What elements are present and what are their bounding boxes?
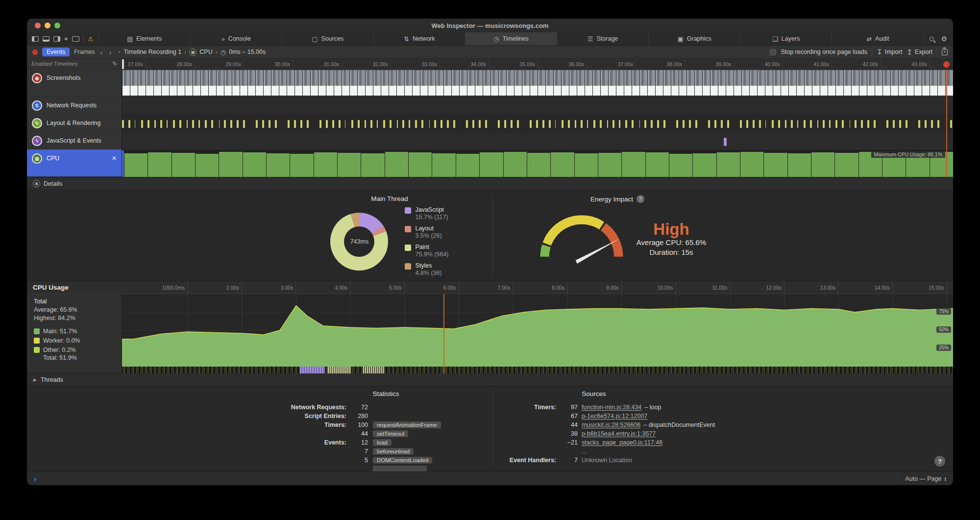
dock-right-icon[interactable] bbox=[53, 36, 60, 42]
cpu-bar bbox=[456, 154, 479, 177]
ruler-tick-label: 35.00s bbox=[491, 59, 538, 69]
tab-audit[interactable]: ⇄Audit bbox=[832, 32, 923, 45]
statistics-section: Statistics Network Requests:72Script Ent… bbox=[27, 390, 492, 471]
source-location-link[interactable]: p-b6b15ea4.entry.js:1:3577 bbox=[582, 430, 656, 437]
screenshots-track[interactable] bbox=[122, 70, 953, 97]
events-mode-button[interactable]: Events bbox=[42, 48, 70, 56]
cpu-usage-ruler[interactable]: 1000.0ms2.00s3.00s4.00s5.00s6.00s7.00s8.… bbox=[122, 281, 953, 294]
back-button[interactable]: ‹ bbox=[99, 48, 104, 56]
cpu-bar bbox=[835, 153, 858, 177]
energy-gauge bbox=[529, 204, 635, 266]
main-thread-title: Main Thread bbox=[294, 195, 485, 202]
device-settings-icon[interactable] bbox=[72, 36, 79, 42]
current-time-marker[interactable] bbox=[943, 61, 950, 68]
execution-context-select[interactable]: Auto — Page ▴▾ bbox=[905, 475, 946, 482]
tab-timelines[interactable]: ◷Timelines bbox=[465, 32, 557, 45]
layout-rendering-icon: ✎ bbox=[32, 118, 42, 128]
ruler-tick-label: 5.00s bbox=[353, 281, 405, 294]
minimize-window-button[interactable] bbox=[45, 23, 50, 28]
dock-left-icon[interactable] bbox=[32, 36, 39, 42]
forward-button[interactable]: › bbox=[108, 48, 113, 56]
stop-recording-checkbox[interactable] bbox=[770, 49, 776, 55]
cpu-usage-stats-panel: Total Average: 65.6% Highest: 84.2% Main… bbox=[27, 294, 122, 373]
cpu-bar bbox=[361, 153, 384, 177]
ruler-tick-label: 37.00s bbox=[589, 59, 636, 69]
disclosure-triangle-icon: ▶ bbox=[33, 377, 37, 382]
cpu-bar bbox=[148, 152, 171, 177]
sidebar-item-javascript-events[interactable]: ϟJavaScript & Events bbox=[27, 132, 122, 149]
tab-elements[interactable]: ▤Elements bbox=[98, 32, 190, 45]
layout-rendering-track[interactable] bbox=[122, 115, 953, 132]
cpu-usage-title: CPU Usage bbox=[33, 281, 69, 294]
source-location-link[interactable]: function-min.js:28:434 bbox=[582, 404, 641, 411]
record-button[interactable] bbox=[32, 50, 38, 55]
issues-warning-icon[interactable]: ⚠ bbox=[88, 35, 94, 43]
edit-timelines-icon[interactable]: ✎ bbox=[112, 60, 117, 67]
ruler-tick-label: 33.00s bbox=[393, 59, 440, 69]
cpu-bar bbox=[314, 152, 337, 177]
threads-disclosure[interactable]: ▶ Threads bbox=[27, 373, 953, 386]
tab-storage[interactable]: ☰Storage bbox=[557, 32, 648, 45]
ruler-tick-label: 7.00s bbox=[461, 281, 513, 294]
sidebar-item-network-requests[interactable]: ⇅Network Requests bbox=[27, 97, 122, 114]
breadcrumb-cpu[interactable]: CPU bbox=[199, 49, 212, 55]
source-location-link[interactable]: musickit.js:28:526606 bbox=[582, 421, 640, 428]
source-location-link[interactable]: stacks_page_page0.js:117:46 bbox=[582, 439, 662, 446]
zoom-window-button[interactable] bbox=[54, 23, 60, 28]
inspector-tab-bar: ⌖ ⚠ ▤Elements»Console▢Sources⇅Network◷Ti… bbox=[27, 32, 953, 46]
sidebar-item-layout-rendering[interactable]: ✎Layout & Rendering bbox=[27, 114, 122, 132]
cpu-bar bbox=[267, 153, 290, 177]
import-button[interactable]: ↧Import bbox=[877, 49, 902, 55]
overview-ruler[interactable]: 27.00s28.00s29.00s30.00s31.00s32.00s33.0… bbox=[122, 59, 953, 70]
usage-threshold-marker: 75% bbox=[936, 308, 951, 315]
tab-sources[interactable]: ▢Sources bbox=[282, 32, 373, 45]
event-type-chip: load bbox=[373, 439, 392, 446]
energy-help-icon[interactable]: ? bbox=[637, 195, 644, 203]
sidebar-item-cpu[interactable]: ▦CPU✕ bbox=[27, 149, 122, 177]
console-prompt-icon[interactable]: › bbox=[34, 474, 36, 483]
tab-graphics[interactable]: ▣Graphics bbox=[648, 32, 740, 45]
ruler-tick-label: 31.00s bbox=[295, 59, 342, 69]
tab-layers[interactable]: ❏Layers bbox=[740, 32, 832, 45]
tab-label: Elements bbox=[136, 35, 162, 42]
element-picker-icon[interactable]: ⌖ bbox=[64, 35, 68, 42]
cpu-usage-chart[interactable]: 75%50%25% bbox=[122, 294, 953, 373]
close-icon[interactable]: ✕ bbox=[112, 155, 117, 162]
tab-network[interactable]: ⇅Network bbox=[373, 32, 465, 45]
help-button[interactable]: ? bbox=[934, 456, 945, 467]
energy-impact-section: Energy Impact ? High Average CPU: 65.6% … bbox=[510, 195, 725, 266]
ruler-tick-label: 15.00s bbox=[895, 281, 947, 294]
ruler-tick-label: 8.00s bbox=[515, 281, 567, 294]
tab-console[interactable]: »Console bbox=[190, 32, 282, 45]
ruler-tick-label: 2.00s bbox=[190, 281, 242, 294]
overview-graph[interactable]: 27.00s28.00s29.00s30.00s31.00s32.00s33.0… bbox=[122, 59, 953, 177]
export-button[interactable]: ↥Export bbox=[906, 49, 932, 55]
source-location-link[interactable]: p-1ec6e574.js:12:12007 bbox=[582, 413, 647, 420]
cpu-bar bbox=[385, 152, 408, 177]
cpu-bar bbox=[527, 153, 550, 177]
breadcrumb-time-range[interactable]: 0ms – 15.00s bbox=[229, 49, 266, 55]
search-icon[interactable] bbox=[930, 37, 934, 41]
legend-swatch bbox=[405, 226, 411, 232]
current-time-line bbox=[946, 70, 947, 177]
cpu-bar bbox=[243, 152, 266, 177]
event-type-chip: requestAnimationFrame bbox=[373, 421, 441, 428]
legend-swatch bbox=[34, 338, 40, 344]
dock-bottom-icon[interactable] bbox=[43, 36, 49, 42]
breadcrumb-recording[interactable]: Timeline Recording 1 bbox=[123, 49, 181, 55]
sidebar-header: Enabled Timelines ✎ bbox=[27, 59, 122, 69]
sources-row: Event Handlers:7Unknown Location bbox=[492, 457, 953, 464]
close-window-button[interactable] bbox=[35, 23, 41, 28]
network-requests-track[interactable] bbox=[122, 97, 953, 115]
cpu-bar bbox=[575, 153, 598, 177]
sidebar-item-screenshots[interactable]: ◉Screenshots bbox=[27, 69, 122, 97]
gear-icon[interactable]: ⚙ bbox=[941, 35, 947, 42]
clear-timeline-icon[interactable]: ✕ bbox=[942, 49, 948, 55]
energy-rating: High bbox=[637, 221, 706, 238]
cpu-overview-track[interactable]: Maximum CPU Usage: 86.1% bbox=[122, 150, 953, 177]
ruler-tick-label: 12.00s bbox=[733, 281, 784, 294]
javascript-events-track[interactable] bbox=[122, 132, 953, 150]
stop-recording-label: Stop recording once page loads bbox=[781, 49, 867, 55]
frames-mode-button[interactable]: Frames bbox=[74, 49, 95, 55]
ruler-tick-label: 36.00s bbox=[540, 59, 587, 69]
